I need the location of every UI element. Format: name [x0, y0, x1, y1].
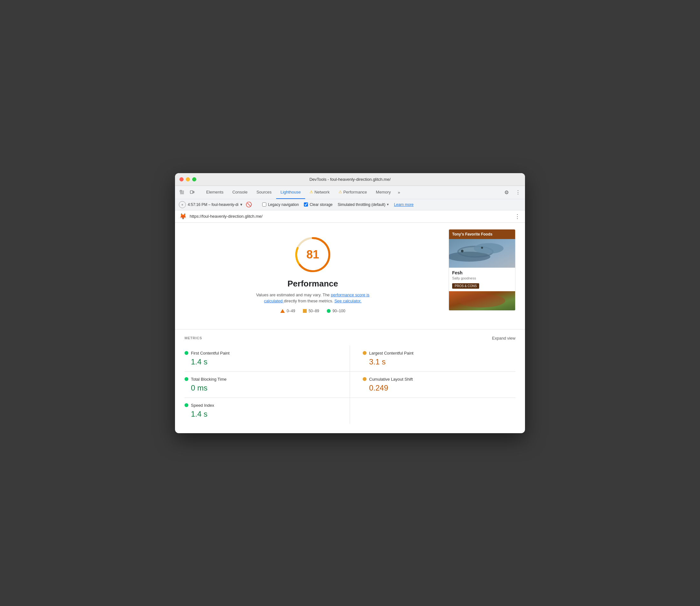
tab-memory[interactable]: Memory: [371, 186, 395, 199]
checkbox-group: Legacy navigation Clear storage Simulate…: [262, 203, 413, 207]
legend-medium: 50–89: [303, 309, 319, 313]
legend-high: 90–100: [327, 309, 345, 313]
metric-lcp-label: Largest Contentful Paint: [369, 351, 413, 355]
pros-cons-button[interactable]: PROS & CONS: [452, 283, 479, 289]
titlebar: DevTools - foul-heavenly-direction.glitc…: [175, 173, 525, 186]
metric-lcp: Largest Contentful Paint 3.1 s: [350, 346, 515, 372]
metric-si: Speed Index 1.4 s: [185, 398, 350, 424]
metric-cls-header: Cumulative Layout Shift: [363, 377, 509, 381]
toolbar-left: + 4:57:16 PM – foul-heavenly-di ▾ 🚫: [179, 201, 252, 208]
expand-view-button[interactable]: Expand view: [492, 336, 515, 341]
preview-body: Fesh Salty goodness PROS & CONS: [449, 268, 515, 291]
calculator-link[interactable]: See calculator.: [334, 299, 361, 303]
triangle-icon: [280, 309, 285, 313]
svg-point-16: [481, 247, 483, 249]
metric-fcp-header: First Contentful Paint: [185, 351, 337, 355]
clear-storage-checkbox[interactable]: [304, 203, 308, 207]
tab-performance[interactable]: ⚠ Performance: [334, 186, 371, 199]
throttling-dropdown-icon[interactable]: ▾: [387, 203, 389, 207]
svg-rect-0: [180, 190, 182, 192]
clear-storage-checkbox-label[interactable]: Clear storage: [304, 203, 333, 207]
metric-dot-green-tbt: [185, 377, 188, 381]
left-panel: 81 Performance Values are estimated and …: [185, 229, 441, 320]
device-icon[interactable]: [188, 188, 197, 197]
add-recording-button[interactable]: +: [179, 201, 186, 208]
metric-cls-label: Cumulative Layout Shift: [369, 377, 413, 381]
metric-tbt-label: Total Blocking Time: [191, 377, 226, 381]
metric-tbt: Total Blocking Time 0 ms: [185, 372, 350, 398]
metric-fcp: First Contentful Paint 1.4 s: [185, 346, 350, 372]
tab-lighthouse[interactable]: Lighthouse: [276, 186, 306, 199]
preview-card: Tony's Favorite Foods: [449, 229, 515, 311]
metric-cls-value: 0.249: [363, 383, 509, 392]
metric-lcp-value: 3.1 s: [363, 357, 509, 366]
metric-tbt-header: Total Blocking Time: [185, 377, 337, 381]
score-circle: 81: [294, 235, 332, 274]
tab-elements[interactable]: Elements: [202, 186, 228, 199]
devtools-window: DevTools - foul-heavenly-direction.glitc…: [175, 173, 525, 433]
legacy-nav-checkbox[interactable]: [262, 203, 266, 207]
tab-network[interactable]: ⚠ Network: [305, 186, 334, 199]
page-icon: 🦊: [179, 213, 187, 220]
more-options-icon[interactable]: ⋮: [513, 188, 523, 197]
food-desc: Salty goodness: [452, 276, 512, 280]
metrics-header: METRICS Expand view: [185, 336, 515, 341]
learn-more-link[interactable]: Learn more: [394, 203, 413, 207]
svg-point-15: [461, 250, 463, 252]
toolbar: + 4:57:16 PM – foul-heavenly-di ▾ 🚫 Lega…: [175, 199, 525, 210]
tab-more[interactable]: »: [395, 190, 403, 195]
tab-icon-group: [177, 188, 197, 197]
url-more-options[interactable]: ⋮: [514, 213, 521, 220]
metric-dot-orange-cls: [363, 377, 366, 381]
maximize-button[interactable]: [192, 177, 196, 181]
timestamp-dropdown[interactable]: ▾: [240, 202, 242, 207]
minimize-button[interactable]: [186, 177, 190, 181]
preview-image-fish: [449, 239, 515, 268]
urlbar: 🦊 https://foul-heavenly-direction.glitch…: [175, 210, 525, 223]
close-button[interactable]: [179, 177, 184, 181]
warning-icon: ⚠: [310, 190, 313, 194]
metrics-section: METRICS Expand view First Contentful Pai…: [175, 329, 525, 433]
performance-title: Performance: [288, 279, 338, 289]
metric-dot-orange-lcp: [363, 351, 366, 355]
legacy-nav-checkbox-label[interactable]: Legacy navigation: [262, 203, 299, 207]
traffic-lights: [179, 177, 196, 181]
metric-empty: [350, 398, 515, 424]
metrics-grid: First Contentful Paint 1.4 s Largest Con…: [185, 346, 515, 424]
metric-dot-green: [185, 351, 188, 355]
tabbar-right: ⚙ ⋮: [502, 188, 523, 197]
metric-si-value: 1.4 s: [185, 410, 337, 419]
svg-point-14: [474, 243, 504, 253]
throttling-option: Simulated throttling (default) ▾: [338, 203, 389, 207]
tab-console[interactable]: Console: [228, 186, 252, 199]
url-display: https://foul-heavenly-direction.glitch.m…: [190, 214, 511, 219]
metric-dot-green-si: [185, 403, 188, 407]
window-title: DevTools - foul-heavenly-direction.glitc…: [309, 177, 390, 182]
metric-lcp-header: Largest Contentful Paint: [363, 351, 509, 355]
svg-rect-6: [193, 191, 194, 193]
recording-timestamp: 4:57:16 PM – foul-heavenly-di: [188, 203, 238, 207]
food-name: Fesh: [452, 270, 512, 275]
main-content: 81 Performance Values are estimated and …: [175, 223, 525, 329]
performance-score: 81: [307, 248, 319, 261]
circle-icon: [327, 309, 331, 313]
preview-header: Tony's Favorite Foods: [449, 230, 515, 239]
metric-tbt-value: 0 ms: [185, 383, 337, 392]
tab-sources[interactable]: Sources: [252, 186, 276, 199]
svg-point-18: [459, 294, 505, 307]
settings-icon[interactable]: ⚙: [502, 188, 511, 197]
metric-si-header: Speed Index: [185, 403, 337, 408]
metric-si-label: Speed Index: [191, 403, 214, 408]
legend-low: 0–49: [280, 309, 295, 313]
metric-fcp-value: 1.4 s: [185, 357, 337, 366]
delete-recording-icon[interactable]: 🚫: [246, 202, 252, 208]
warning-icon-perf: ⚠: [339, 190, 342, 194]
right-panel: Tony's Favorite Foods: [449, 229, 515, 320]
score-section: 81 Performance Values are estimated and …: [185, 229, 441, 320]
tabbar: Elements Console Sources Lighthouse ⚠ Ne…: [175, 186, 525, 199]
preview-image2: [449, 291, 515, 310]
inspect-icon[interactable]: [177, 188, 187, 197]
metric-fcp-label: First Contentful Paint: [191, 351, 230, 355]
score-description: Values are estimated and may vary. The p…: [252, 292, 373, 304]
tab-list: Elements Console Sources Lighthouse ⚠ Ne…: [202, 186, 500, 199]
